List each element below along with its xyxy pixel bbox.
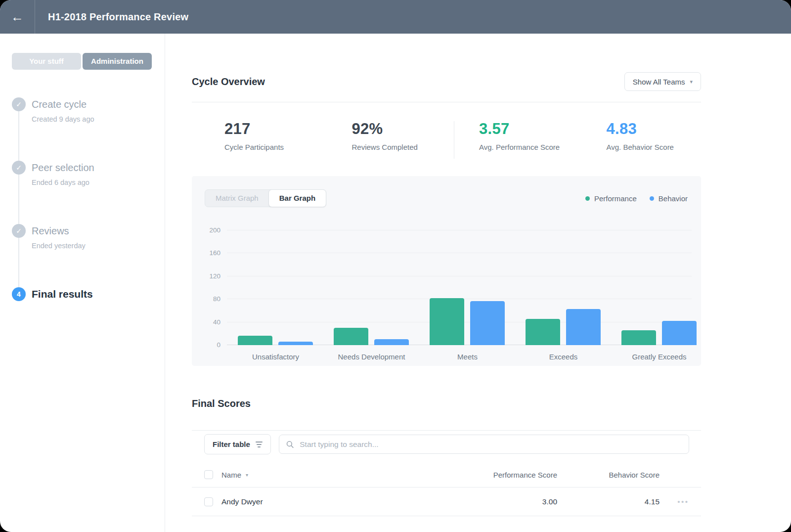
app-window: ← H1-2018 Performance Review Your stuff … xyxy=(0,0,791,532)
step-number-badge: 4 xyxy=(12,287,26,301)
category-label: Exceeds xyxy=(549,353,578,361)
sort-caret-icon: ▾ xyxy=(246,472,248,478)
cell-performance-score: 3.00 xyxy=(464,497,563,506)
stats-row: 217 Cycle Participants 92% Reviews Compl… xyxy=(192,120,701,161)
chart-legend: Performance Behavior xyxy=(585,194,688,203)
stat-label: Reviews Completed xyxy=(352,143,447,151)
main-panel: Cycle Overview Show All Teams ▾ 217 Cycl… xyxy=(165,34,791,532)
sidebar: Your stuff Administration ✓ Create cycle… xyxy=(0,34,165,532)
stat-label: Cycle Participants xyxy=(224,143,319,151)
back-button[interactable]: ← xyxy=(0,0,35,34)
legend-item-behavior: Behavior xyxy=(650,194,688,203)
bar-chart-plot: 04080120160200UnsatisfactoryNeeds Develo… xyxy=(227,230,692,345)
chevron-down-icon: ▾ xyxy=(690,79,693,85)
top-bar: ← H1-2018 Performance Review xyxy=(0,0,791,34)
y-tick-label: 80 xyxy=(213,295,220,303)
toggle-matrix-graph[interactable]: Matrix Graph xyxy=(205,190,269,207)
stat-value: 3.57 xyxy=(479,120,574,138)
category-label: Meets xyxy=(457,353,478,361)
check-icon: ✓ xyxy=(12,224,26,238)
stat: 3.57 Avg. Performance Score xyxy=(446,120,574,161)
select-all-checkbox[interactable] xyxy=(204,470,213,479)
stat: 92% Reviews Completed xyxy=(319,120,447,161)
row-menu-ellipsis-icon[interactable]: ••• xyxy=(677,497,689,506)
y-tick-label: 120 xyxy=(209,272,220,280)
bar-performance xyxy=(334,328,368,345)
stat: 4.83 Avg. Behavior Score xyxy=(574,120,702,161)
step-title: Final results xyxy=(32,287,165,301)
step-final-results[interactable]: 4 Final results xyxy=(12,287,165,301)
stat-label: Avg. Performance Score xyxy=(479,143,574,151)
y-tick-label: 160 xyxy=(209,249,220,257)
stat-value: 92% xyxy=(352,120,447,138)
table-header-row: Name ▾ Performance Score Behavior Score xyxy=(192,462,701,488)
stat-value: 4.83 xyxy=(607,120,702,138)
cycle-stepper: ✓ Create cycle Created 9 days ago ✓ Peer… xyxy=(12,97,165,301)
stat-value: 217 xyxy=(224,120,319,138)
legend-dot-behavior xyxy=(650,196,654,201)
final-scores-table: Name ▾ Performance Score Behavior Score … xyxy=(192,462,701,516)
column-label: Name xyxy=(221,471,241,479)
bar-group: Needs Development xyxy=(334,230,409,345)
step-subtitle: Created 9 days ago xyxy=(32,115,165,123)
step-create-cycle[interactable]: ✓ Create cycle Created 9 days ago xyxy=(12,97,165,161)
cell-behavior-score: 4.15 xyxy=(563,497,665,506)
bar-behavior xyxy=(470,301,505,345)
y-tick-label: 0 xyxy=(217,341,220,349)
stats-vertical-divider xyxy=(454,121,454,159)
legend-label: Performance xyxy=(594,194,637,203)
column-header-performance-score: Performance Score xyxy=(464,471,563,479)
employee-name: Andy Dwyer xyxy=(221,497,263,506)
show-all-teams-dropdown[interactable]: Show All Teams ▾ xyxy=(624,72,701,91)
toggle-bar-graph[interactable]: Bar Graph xyxy=(268,189,326,207)
check-icon: ✓ xyxy=(12,161,26,175)
dropdown-label: Show All Teams xyxy=(633,78,685,86)
legend-dot-performance xyxy=(585,196,590,201)
back-arrow-icon: ← xyxy=(11,9,24,25)
graph-type-toggle: Matrix Graph Bar Graph xyxy=(205,189,326,207)
category-label: Needs Development xyxy=(338,353,405,361)
column-header-behavior-score: Behavior Score xyxy=(563,471,665,479)
step-subtitle: Ended yesterday xyxy=(32,242,165,250)
bar-group: Exceeds xyxy=(526,230,601,345)
category-label: Unsatisfactory xyxy=(252,353,299,361)
filter-button-label: Filter table xyxy=(213,440,250,448)
divider xyxy=(192,430,701,431)
tab-your-stuff[interactable]: Your stuff xyxy=(12,53,81,70)
tab-administration[interactable]: Administration xyxy=(83,53,152,70)
step-reviews[interactable]: ✓ Reviews Ended yesterday xyxy=(12,224,165,287)
legend-label: Behavior xyxy=(659,194,688,203)
bar-group: Greatly Exceeds xyxy=(621,230,697,345)
step-title: Peer selection xyxy=(32,161,165,175)
bar-behavior xyxy=(662,321,697,345)
step-subtitle: Ended 6 days ago xyxy=(32,178,165,186)
cell-name: Andy Dwyer xyxy=(221,497,464,506)
check-icon: ✓ xyxy=(12,97,26,111)
bar-behavior xyxy=(566,309,601,345)
stat-label: Avg. Behavior Score xyxy=(607,143,702,151)
search-box xyxy=(279,435,689,454)
bar-performance xyxy=(238,336,272,345)
legend-item-performance: Performance xyxy=(585,194,637,203)
category-label: Greatly Exceeds xyxy=(632,353,686,361)
y-tick-label: 200 xyxy=(209,226,220,234)
bar-performance xyxy=(430,298,464,345)
step-title: Create cycle xyxy=(32,97,165,111)
stat: 217 Cycle Participants xyxy=(192,120,319,161)
column-header-name[interactable]: Name ▾ xyxy=(221,471,464,479)
bar-performance xyxy=(526,319,560,345)
page-title: H1-2018 Performance Review xyxy=(48,11,188,23)
divider xyxy=(192,102,701,102)
step-peer-selection[interactable]: ✓ Peer selection Ended 6 days ago xyxy=(12,161,165,224)
table-row[interactable]: Andy Dwyer 3.00 4.15 ••• xyxy=(192,488,701,516)
filter-icon xyxy=(256,442,263,447)
bar-group: Unsatisfactory xyxy=(238,230,313,345)
bar-performance xyxy=(621,330,656,345)
row-checkbox[interactable] xyxy=(204,497,213,506)
y-tick-label: 40 xyxy=(213,318,220,326)
section-title-final-scores: Final Scores xyxy=(192,398,701,409)
bar-group: Meets xyxy=(430,230,505,345)
filter-table-button[interactable]: Filter table xyxy=(204,434,271,454)
search-icon xyxy=(286,441,294,448)
search-input[interactable] xyxy=(299,440,682,449)
